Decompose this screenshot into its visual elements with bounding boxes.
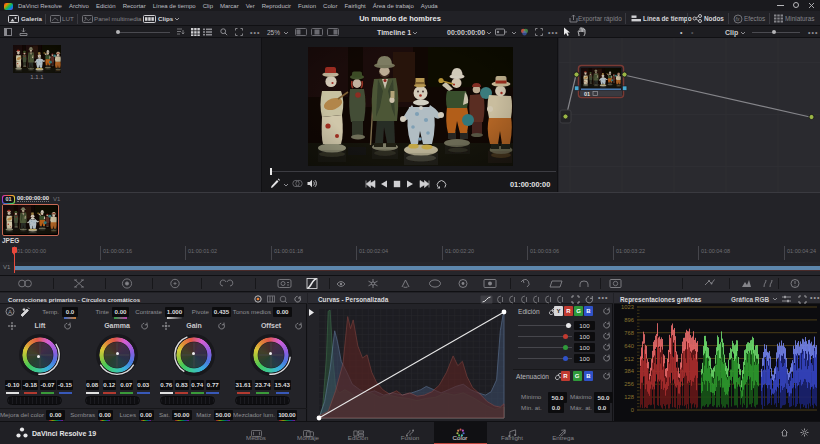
svg-text:fx: fx — [736, 16, 740, 22]
svg-text:512: 512 — [624, 356, 634, 362]
svg-text:256: 256 — [624, 381, 634, 387]
svg-text:640: 640 — [624, 343, 634, 349]
svg-text:896: 896 — [624, 317, 634, 323]
svg-text:384: 384 — [624, 368, 634, 374]
svg-text:1023: 1023 — [621, 304, 634, 310]
svg-text:128: 128 — [624, 394, 634, 400]
svg-text:0: 0 — [631, 407, 634, 413]
svg-text:768: 768 — [624, 330, 634, 336]
svg-text:01: 01 — [584, 91, 590, 97]
